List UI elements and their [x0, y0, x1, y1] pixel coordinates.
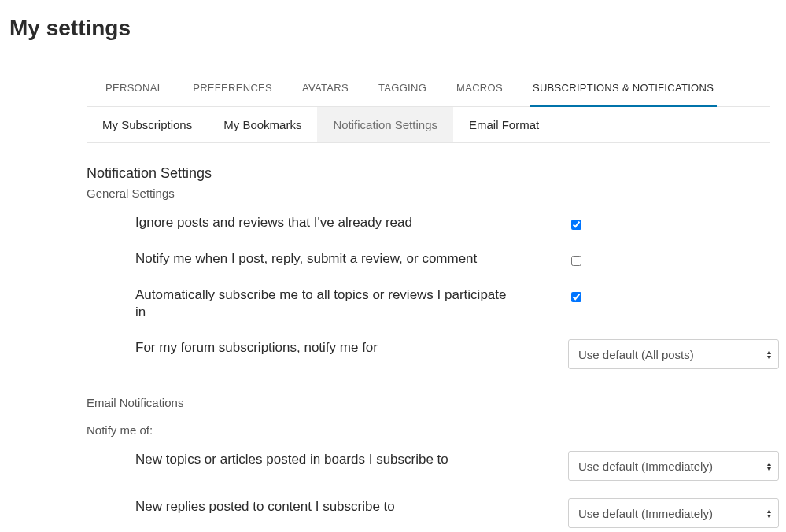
notify-me-of-subheading: Notify me of:	[87, 423, 770, 437]
tab-subscriptions-notifications[interactable]: SUBSCRIPTIONS & NOTIFICATIONS	[530, 72, 717, 107]
setting-ignore-read-label: Ignore posts and reviews that I've alrea…	[135, 214, 529, 232]
setting-new-replies-label: New replies posted to content I subscrib…	[135, 498, 529, 516]
setting-auto-subscribe-checkbox[interactable]	[571, 292, 581, 302]
general-settings-subheading: General Settings	[87, 187, 770, 200]
setting-auto-subscribe: Automatically subscribe me to all topics…	[135, 286, 770, 323]
setting-notify-post-checkbox[interactable]	[571, 256, 581, 266]
setting-new-replies-select[interactable]: Use default (Immediately)	[568, 498, 779, 528]
setting-notify-post-label: Notify me when I post, reply, submit a r…	[135, 250, 529, 268]
setting-auto-subscribe-label: Automatically subscribe me to all topics…	[135, 286, 529, 323]
setting-ignore-read: Ignore posts and reviews that I've alrea…	[135, 214, 770, 233]
setting-notify-post: Notify me when I post, reply, submit a r…	[135, 250, 770, 269]
setting-new-topics-label: New topics or articles posted in boards …	[135, 451, 529, 469]
subtab-my-bookmarks[interactable]: My Bookmarks	[208, 107, 317, 142]
secondary-tabs: My Subscriptions My Bookmarks Notificati…	[87, 107, 770, 143]
email-notifications-subheading: Email Notifications	[87, 396, 770, 409]
notification-settings-heading: Notification Settings	[87, 165, 770, 182]
tab-preferences[interactable]: PREFERENCES	[190, 72, 275, 106]
tab-macros[interactable]: MACROS	[453, 72, 506, 106]
tab-avatars[interactable]: AVATARS	[299, 72, 352, 106]
setting-new-topics: New topics or articles posted in boards …	[135, 451, 770, 481]
tab-tagging[interactable]: TAGGING	[375, 72, 430, 106]
setting-ignore-read-checkbox[interactable]	[571, 220, 581, 230]
setting-new-topics-select[interactable]: Use default (Immediately)	[568, 451, 779, 481]
setting-forum-subscriptions-select[interactable]: Use default (All posts)	[568, 339, 779, 369]
primary-tabs: PERSONAL PREFERENCES AVATARS TAGGING MAC…	[87, 72, 770, 107]
subtab-notification-settings[interactable]: Notification Settings	[317, 107, 453, 142]
subtab-email-format[interactable]: Email Format	[453, 107, 555, 142]
setting-forum-subscriptions: For my forum subscriptions, notify me fo…	[135, 339, 770, 369]
setting-new-replies: New replies posted to content I subscrib…	[135, 498, 770, 528]
subtab-my-subscriptions[interactable]: My Subscriptions	[87, 107, 208, 142]
tab-personal[interactable]: PERSONAL	[102, 72, 166, 106]
page-title: My settings	[9, 16, 778, 41]
setting-forum-subscriptions-label: For my forum subscriptions, notify me fo…	[135, 339, 529, 357]
